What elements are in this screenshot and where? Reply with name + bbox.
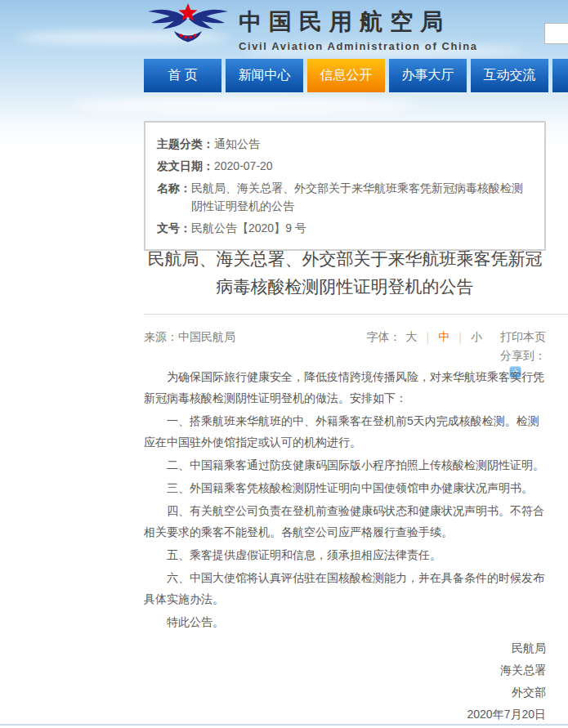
signature-foreign-ministry: 外交部 xyxy=(144,681,546,703)
search-input[interactable] xyxy=(544,23,568,44)
page: 中国民用航空局 Civil Aviation Administration of… xyxy=(0,0,568,728)
meta-value-category: 通知公告 xyxy=(214,135,260,153)
nav-item-interaction[interactable]: 互动交流 xyxy=(471,59,548,92)
nav-item-news-center[interactable]: 新闻中心 xyxy=(226,59,303,92)
document-metadata-box: 主题分类： 通知公告 发文日期： 2020-07-20 名称： 民航局、海关总署… xyxy=(144,121,546,251)
paragraph-item-1: 一、搭乘航班来华航班的中、外籍乘客在登机前5天内完成核酸检测。检测应在中国驻外使… xyxy=(144,410,546,453)
separator-pipe: ｜ xyxy=(454,330,466,345)
meta-label-name: 名称： xyxy=(157,179,191,197)
font-size-label: 字体： xyxy=(367,330,401,345)
paragraph-closing: 特此公告。 xyxy=(144,611,546,632)
meta-value-doc-number: 民航公告【2020】9 号 xyxy=(191,219,306,237)
signature-date: 2020年7月20日 xyxy=(144,703,546,726)
meta-row-issue-date: 发文日期： 2020-07-20 xyxy=(157,157,533,175)
paragraph-item-3: 三、外国籍乘客凭核酸检测阴性证明向中国使领馆申办健康状况声明书。 xyxy=(144,477,546,498)
meta-label-issue-date: 发文日期： xyxy=(157,157,214,175)
print-page-link[interactable]: 打印本页 xyxy=(500,330,546,345)
main-navigation: 首 页 新闻中心 信息公开 办事大厅 互动交流 xyxy=(144,59,568,92)
article-title: 民航局、海关总署、外交部关于来华航班乘客凭新冠病毒核酸检测阴性证明登机的公告 xyxy=(144,245,546,301)
font-size-medium[interactable]: 中 xyxy=(438,330,449,345)
meta-value-name: 民航局、海关总署、外交部关于来华航班乘客凭新冠病毒核酸检测阴性证明登机的公告 xyxy=(191,179,533,215)
paragraph-item-2: 二、中国籍乘客通过防疫健康码国际版小程序拍照上传核酸检测阴性证明。 xyxy=(144,454,546,476)
nav-item-service-hall[interactable]: 办事大厅 xyxy=(389,59,467,92)
site-title-english: Civil Aviation Administration of China xyxy=(239,40,508,52)
font-size-large[interactable]: 大 xyxy=(406,330,418,345)
nav-item-home[interactable]: 首 页 xyxy=(144,59,221,92)
paragraph-item-4: 四、有关航空公司负责在登机前查验健康码状态和健康状况声明书。不符合相关要求的乘客… xyxy=(144,500,546,543)
caac-wings-logo-icon xyxy=(145,2,231,46)
footer-divider xyxy=(0,724,568,726)
article-source: 来源：中国民航局 xyxy=(144,330,235,345)
cloud-decoration xyxy=(74,98,417,113)
paragraph-intro: 为确保国际旅行健康安全，降低疫情跨境传播风险，对来华航班乘客实行凭新冠病毒核酸检… xyxy=(144,366,546,409)
nav-item-clipped[interactable] xyxy=(552,59,568,92)
paragraph-item-6: 六、中国大使馆将认真评估驻在国核酸检测能力，并在具备条件的时候发布具体实施办法。 xyxy=(144,567,546,610)
font-size-small[interactable]: 小 xyxy=(471,330,482,345)
site-title-chinese: 中国民用航空局 xyxy=(239,7,508,38)
site-title-block: 中国民用航空局 Civil Aviation Administration of… xyxy=(239,7,508,52)
meta-label-doc-number: 文号： xyxy=(157,219,191,237)
font-size-tools: 字体： 大 ｜ 中 ｜ 小 打印本页 xyxy=(367,330,546,345)
title-separator xyxy=(144,314,568,315)
paragraph-item-5: 五、乘客提供虚假证明和信息，须承担相应法律责任。 xyxy=(144,544,546,565)
article-body: 为确保国际旅行健康安全，降低疫情跨境传播风险，对来华航班乘客实行凭新冠病毒核酸检… xyxy=(144,364,546,726)
meta-row-doc-number: 文号： 民航公告【2020】9 号 xyxy=(157,219,533,237)
share-to-label: 分享到： xyxy=(144,349,546,364)
meta-row-category: 主题分类： 通知公告 xyxy=(157,135,533,153)
meta-row-name: 名称： 民航局、海关总署、外交部关于来华航班乘客凭新冠病毒核酸检测阴性证明登机的… xyxy=(157,179,533,215)
signature-caac: 民航局 xyxy=(144,637,546,659)
meta-value-issue-date: 2020-07-20 xyxy=(214,157,273,175)
separator-pipe: ｜ xyxy=(423,330,434,345)
article-toolbar: 来源：中国民航局 字体： 大 ｜ 中 ｜ 小 打印本页 xyxy=(144,330,546,345)
signature-customs: 海关总署 xyxy=(144,659,546,681)
nav-item-info-disclosure[interactable]: 信息公开 xyxy=(307,59,385,92)
meta-label-category: 主题分类： xyxy=(157,135,214,153)
